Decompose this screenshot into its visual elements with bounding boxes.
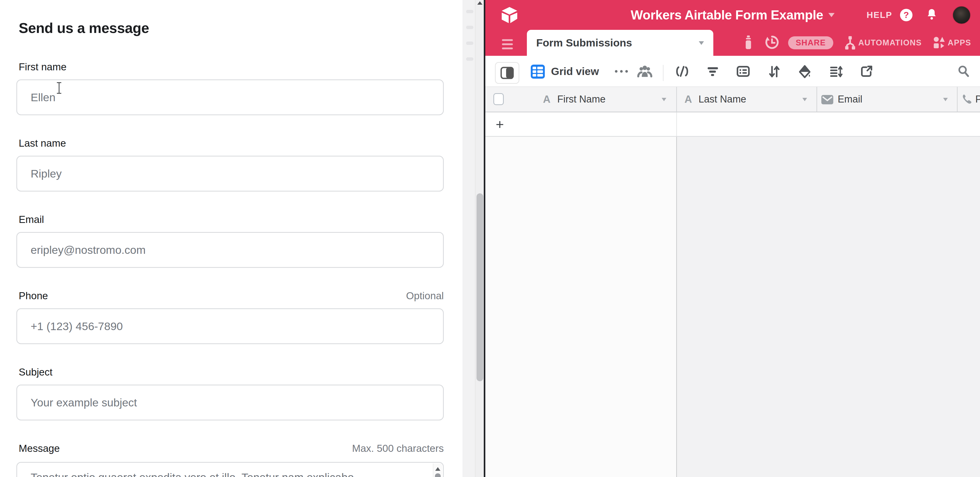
history-icon <box>765 35 779 49</box>
phone-input[interactable] <box>16 308 444 344</box>
automations-button[interactable]: AUTOMATIONS <box>844 36 921 50</box>
apps-icon <box>933 36 945 49</box>
avatar[interactable] <box>953 6 970 24</box>
help-button[interactable]: HELP <box>867 10 892 20</box>
browser-scrollbar-thumb[interactable] <box>477 193 483 381</box>
help-question-icon[interactable]: ? <box>900 9 913 21</box>
hamburger-menu-icon[interactable] <box>502 39 513 52</box>
chevron-down-icon <box>699 41 704 45</box>
scroll-up-icon[interactable] <box>435 467 441 471</box>
view-options-button[interactable] <box>615 56 628 87</box>
text-field-icon: A <box>684 87 692 112</box>
trash-icon <box>743 35 754 49</box>
column-header-email[interactable]: Email <box>838 87 862 112</box>
message-label: Message <box>19 443 60 454</box>
view-name[interactable]: Grid view <box>551 56 599 87</box>
text-field-icon: A <box>543 87 550 112</box>
browser-scrollbar[interactable] <box>475 0 484 477</box>
phone-field-icon <box>961 93 973 105</box>
gutter-marker <box>466 41 473 45</box>
text-cursor-icon <box>56 82 62 94</box>
textarea-scrollbar[interactable] <box>433 463 442 477</box>
collaborators-icon[interactable] <box>637 64 652 79</box>
scrollbar-up-arrow-icon[interactable] <box>477 1 482 5</box>
base-title: Workers Airtable Form Example <box>631 8 823 22</box>
apps-label: APPS <box>948 38 971 48</box>
airtable-topbar: Workers Airtable Form Example HELP ? <box>485 0 980 30</box>
column-border <box>957 87 958 112</box>
row-height-icon[interactable] <box>829 65 843 78</box>
form-title: Send us a message <box>19 20 149 36</box>
chevron-down-icon <box>828 13 835 17</box>
message-maxlength-hint: Max. 500 characters <box>352 443 444 454</box>
chevron-down-icon[interactable] <box>802 98 807 101</box>
share-view-icon[interactable] <box>860 65 873 78</box>
column-border <box>676 87 677 112</box>
grid-header-row: A First Name A Last Name Email P <box>485 87 980 113</box>
column-border <box>816 87 817 112</box>
toolbar-divider <box>663 65 663 81</box>
airtable-pane: Workers Airtable Form Example HELP ? <box>485 0 980 477</box>
email-input[interactable] <box>16 232 444 268</box>
contact-form-pane: Send us a message First name Last name E… <box>0 0 463 477</box>
screen: Send us a message First name Last name E… <box>0 0 980 477</box>
notifications-button[interactable] <box>926 8 937 22</box>
hide-fields-icon[interactable] <box>675 65 689 78</box>
grid-canvas-right <box>677 137 980 477</box>
share-label: SHARE <box>795 38 826 48</box>
email-field-icon <box>821 95 833 104</box>
column-header-first-name[interactable]: First Name <box>557 87 606 112</box>
phone-optional-hint: Optional <box>406 290 444 301</box>
first-name-input[interactable] <box>16 79 444 115</box>
tab-form-submissions[interactable]: Form Submissions <box>527 30 713 56</box>
view-sidebar-toggle-button[interactable] <box>495 62 519 84</box>
subject-label: Subject <box>19 366 52 378</box>
search-icon[interactable] <box>957 65 970 78</box>
trash-button[interactable] <box>743 35 754 51</box>
textarea-scrollbar-thumb[interactable] <box>435 473 441 477</box>
automations-icon <box>844 36 856 50</box>
bell-icon <box>926 8 937 21</box>
apps-button[interactable]: APPS <box>933 36 971 49</box>
gutter-marker <box>466 26 473 29</box>
table-tab-label: Form Submissions <box>536 30 632 56</box>
last-name-label: Last name <box>19 138 66 149</box>
first-name-label: First name <box>19 61 67 73</box>
last-name-input[interactable] <box>16 156 444 192</box>
history-button[interactable] <box>765 35 779 51</box>
column-header-last-name[interactable]: Last Name <box>698 87 746 112</box>
chevron-down-icon[interactable] <box>662 98 666 101</box>
gutter-marker <box>466 10 473 13</box>
column-border <box>676 137 677 477</box>
group-icon[interactable] <box>737 65 750 78</box>
email-label: Email <box>19 214 44 225</box>
add-row-button[interactable]: + <box>496 113 504 136</box>
airtable-tabbar: Form Submissions <box>485 30 980 56</box>
question-glyph: ? <box>904 10 909 20</box>
add-row-strip[interactable]: + <box>485 113 980 137</box>
column-border <box>676 113 677 136</box>
sort-icon[interactable] <box>768 65 780 78</box>
color-icon[interactable] <box>798 65 811 79</box>
panel-icon <box>500 67 514 79</box>
message-text: Tenetur optio quaerat expedita vero et i… <box>31 470 422 477</box>
view-toolbar: Grid view <box>485 56 980 87</box>
filter-icon[interactable] <box>706 65 719 78</box>
phone-label: Phone <box>19 290 48 301</box>
chevron-down-icon[interactable] <box>943 98 948 101</box>
subject-input[interactable] <box>16 385 444 420</box>
message-textarea[interactable]: Tenetur optio quaerat expedita vero et i… <box>16 462 444 477</box>
select-all-checkbox[interactable] <box>493 93 504 105</box>
page-gutter <box>463 0 475 477</box>
grid-view-icon[interactable] <box>531 65 545 79</box>
grid-canvas-left <box>485 137 676 477</box>
automations-label: AUTOMATIONS <box>858 38 921 48</box>
column-header-phone[interactable]: P <box>975 87 980 112</box>
share-button[interactable]: SHARE <box>788 36 833 49</box>
gutter-marker <box>466 57 473 61</box>
